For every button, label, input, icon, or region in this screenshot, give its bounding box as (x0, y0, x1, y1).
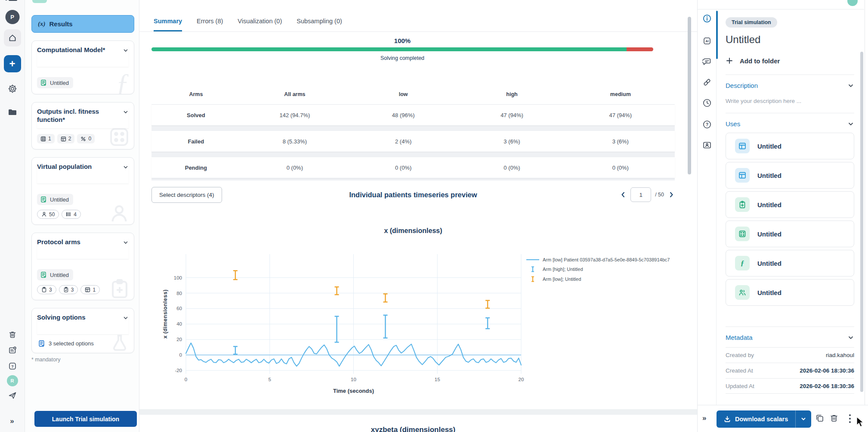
svg-text:15: 15 (435, 377, 440, 382)
panel-top-strip (698, 0, 864, 9)
table-row-failed: Failed 8 (5.33%) 2 (4%) 3 (6%) 3 (6%) (151, 131, 675, 152)
info-tab-icon[interactable] (702, 13, 712, 23)
chevron-down-icon[interactable] (123, 164, 129, 170)
divider (726, 75, 854, 75)
home-icon (8, 34, 17, 42)
secondary-avatar[interactable]: R (7, 375, 18, 386)
user-avatar[interactable]: P (5, 10, 19, 24)
clipped-avatar[interactable] (847, 0, 858, 6)
progress-bar (151, 47, 653, 51)
arms-summary-table: Arms All arms low high medium Solved 142… (151, 84, 675, 180)
vpop-untitled-chip[interactable]: Untitled (37, 194, 73, 205)
progress-fill-failed (627, 47, 653, 51)
ai-assistant-tab-icon[interactable]: AI (702, 36, 712, 46)
clipboard-plus-icon (735, 197, 750, 212)
chevron-left-icon[interactable] (620, 191, 627, 198)
uses-item[interactable]: Untitled (726, 279, 854, 306)
download-scalars-split-button: Download scalars (717, 410, 811, 428)
tab-visualization[interactable]: Visualization (0) (238, 18, 282, 31)
uses-item[interactable]: Untitled (726, 162, 854, 189)
svg-text:0: 0 (179, 352, 182, 357)
download-scalars-button[interactable]: Download scalars (717, 410, 795, 428)
metadata-section-header[interactable]: Metadata (726, 334, 854, 341)
more-options-kebab-icon[interactable] (847, 413, 853, 425)
main-scrollbar-thumb[interactable] (688, 17, 691, 174)
dice-count-badge: 1 (37, 134, 55, 143)
help-square-icon[interactable]: ? (7, 361, 18, 371)
description-placeholder[interactable]: Write your description here ... (726, 98, 854, 104)
download-options-chevron[interactable] (795, 410, 811, 428)
panel-collapse-chevrons[interactable]: » (702, 414, 707, 423)
results-header-button[interactable]: (x) Results (31, 15, 134, 33)
card-virtual-population[interactable]: Virtual population Untitled 50 4 (31, 157, 134, 225)
download-icon (724, 416, 731, 423)
chevron-down-icon[interactable] (123, 109, 129, 115)
settings-gear-icon[interactable] (7, 84, 18, 94)
model-untitled-chip[interactable]: Untitled (37, 77, 73, 88)
col-header-low: low (349, 91, 457, 97)
col-header-medium: medium (566, 91, 675, 97)
select-descriptors-button[interactable]: Select descriptors (4) (151, 187, 222, 203)
card-outputs[interactable]: Outputs incl. fitness function* 1 2 0 (31, 102, 134, 149)
asset-title[interactable]: Untitled (726, 34, 854, 46)
chevron-down-icon[interactable] (123, 315, 129, 321)
panel-scrollbar-thumb[interactable] (860, 52, 863, 392)
trash-icon[interactable] (7, 329, 18, 340)
uses-section-header[interactable]: Uses (726, 120, 854, 127)
chip-label: Untitled (50, 196, 69, 203)
table-row-solved: Solved 142 (94.7%) 48 (96%) 47 (94%) 47 … (151, 105, 675, 125)
tab-summary[interactable]: Summary (154, 18, 182, 31)
uses-item[interactable]: Untitled (726, 191, 854, 218)
tab-errors[interactable]: Errors (8) (197, 18, 223, 31)
tab-subsampling[interactable]: Subsampling (0) (297, 18, 342, 31)
contact-card-tab-icon[interactable] (702, 140, 712, 150)
chevron-down-icon[interactable] (123, 239, 129, 246)
svg-text:80: 80 (176, 291, 182, 296)
uses-item[interactable]: Untitled (726, 221, 854, 247)
comments-tab-icon[interactable] (702, 56, 712, 66)
arms-untitled-chip[interactable]: Untitled (37, 269, 73, 280)
uses-item[interactable]: Untitled (726, 133, 854, 159)
progress-fill-solved (151, 47, 627, 51)
legend-item-arm-high[interactable]: Arm [high]; Untitled (526, 266, 670, 272)
card-title: Computational Model* (37, 46, 105, 54)
legend-item-patient-line[interactable]: Arm [low] Patient 03597a38-d7a5-5e0e-884… (526, 257, 670, 262)
card-solving-options[interactable]: Solving options 3 selected options (31, 308, 134, 353)
document-check-icon (40, 271, 47, 278)
svg-text:AI: AI (705, 39, 709, 43)
sidebar-expand-chevrons[interactable]: » (10, 417, 14, 426)
home-button[interactable] (4, 29, 21, 47)
folder-icon[interactable] (7, 107, 18, 118)
left-icon-rail: P + ? R » (0, 0, 25, 432)
table-count-pill: 1 (80, 285, 100, 294)
add-to-folder-button[interactable]: Add to folder (726, 57, 854, 65)
clipboard-count-pill: 3 (37, 285, 56, 294)
plus-icon (726, 57, 733, 65)
chevron-right-icon[interactable] (668, 191, 675, 198)
help-tab-icon[interactable]: ? (702, 119, 712, 129)
asset-type-badge: Trial simulation (726, 17, 777, 28)
chevron-down-icon[interactable] (123, 47, 129, 53)
uses-item[interactable]: ƒ Untitled (726, 250, 854, 277)
links-tab-icon[interactable] (702, 77, 712, 87)
page-number-input[interactable] (630, 187, 651, 202)
card-protocol-arms[interactable]: Protocol arms Untitled 3 3 1 (31, 233, 134, 300)
errorbar-swatch-orange (526, 276, 539, 282)
solving-options-summary[interactable]: 3 selected options (37, 340, 129, 347)
create-new-button[interactable]: + (4, 55, 21, 72)
timeseries-chart: x (dimensionless) -200204060801000510152… (151, 218, 675, 409)
card-computational-model[interactable]: ƒ Computational Model* Untitled (31, 40, 134, 94)
percent-count-badge: 0 (77, 134, 95, 143)
description-section-header[interactable]: Description (726, 82, 854, 89)
app-window: P + ? R » (x) Results (0, 0, 868, 432)
release-notes-icon[interactable] (7, 345, 18, 355)
send-plane-icon[interactable] (7, 390, 18, 401)
chip-label: Untitled (50, 80, 69, 86)
launch-trial-simulation-button[interactable]: Launch Trial simulation (34, 411, 137, 427)
history-tab-icon[interactable] (702, 98, 712, 108)
svg-text:10: 10 (351, 377, 356, 382)
col-header-arms: Arms (151, 91, 241, 97)
duplicate-icon[interactable] (815, 413, 825, 423)
delete-trash-icon[interactable] (829, 413, 839, 423)
legend-item-arm-low[interactable]: Arm [low]; Untitled (526, 276, 670, 282)
